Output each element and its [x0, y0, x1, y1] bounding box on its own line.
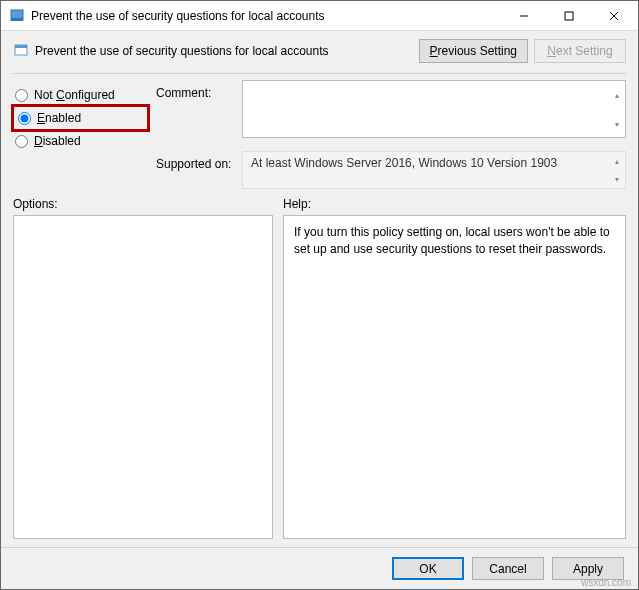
panels-row: If you turn this policy setting on, loca…: [1, 215, 638, 547]
supported-on-value: At least Windows Server 2016, Windows 10…: [242, 151, 626, 189]
next-setting-button: Next Setting: [534, 39, 626, 63]
nav-buttons: Previous Setting Next Setting: [419, 39, 626, 63]
radio-disabled[interactable]: Disabled: [13, 130, 148, 152]
titlebar: Prevent the use of security questions fo…: [1, 1, 638, 31]
cancel-button[interactable]: Cancel: [472, 557, 544, 580]
chevron-up-icon: ▴: [609, 152, 625, 170]
radio-enabled[interactable]: Enabled: [16, 109, 145, 127]
close-button[interactable]: [591, 2, 636, 30]
minimize-button[interactable]: [501, 2, 546, 30]
chevron-down-icon[interactable]: ▾: [609, 110, 625, 139]
panels-label-row: Options: Help:: [1, 189, 638, 215]
radio-enabled-input[interactable]: [18, 112, 31, 125]
comment-scroll[interactable]: ▴ ▾: [609, 81, 625, 139]
radio-not-configured-input[interactable]: [15, 89, 28, 102]
watermark: wsxdn.com: [581, 577, 631, 588]
comment-label: Comment:: [156, 80, 236, 151]
enabled-highlight-box: Enabled: [11, 104, 150, 132]
previous-setting-button[interactable]: Previous Setting: [419, 39, 528, 63]
help-panel: If you turn this policy setting on, loca…: [283, 215, 626, 539]
policy-icon: [13, 43, 29, 59]
policy-icon: [9, 8, 25, 24]
supported-on-label: Supported on:: [156, 151, 236, 189]
svg-rect-7: [15, 45, 27, 48]
policy-dialog-window: Prevent the use of security questions fo…: [0, 0, 639, 590]
chevron-down-icon: ▾: [609, 170, 625, 188]
state-radio-group: Not Configured Enabled Disabled: [13, 80, 148, 189]
config-row: Not Configured Enabled Disabled Comment:: [1, 80, 638, 189]
radio-disabled-input[interactable]: [15, 135, 28, 148]
options-label: Options:: [13, 197, 283, 211]
subheader: Prevent the use of security questions fo…: [1, 31, 638, 71]
radio-not-configured[interactable]: Not Configured: [13, 84, 148, 106]
help-label: Help:: [283, 197, 626, 211]
maximize-button[interactable]: [546, 2, 591, 30]
svg-rect-3: [565, 12, 573, 20]
dialog-footer: OK Cancel Apply: [1, 547, 638, 589]
ok-button[interactable]: OK: [392, 557, 464, 580]
subheader-title: Prevent the use of security questions fo…: [35, 44, 413, 58]
svg-rect-1: [11, 18, 23, 21]
comment-textarea[interactable]: [242, 80, 626, 138]
titlebar-title: Prevent the use of security questions fo…: [31, 9, 501, 23]
chevron-up-icon[interactable]: ▴: [609, 81, 625, 110]
supported-scroll: ▴ ▾: [609, 152, 625, 188]
options-panel: [13, 215, 273, 539]
divider: [13, 73, 626, 74]
